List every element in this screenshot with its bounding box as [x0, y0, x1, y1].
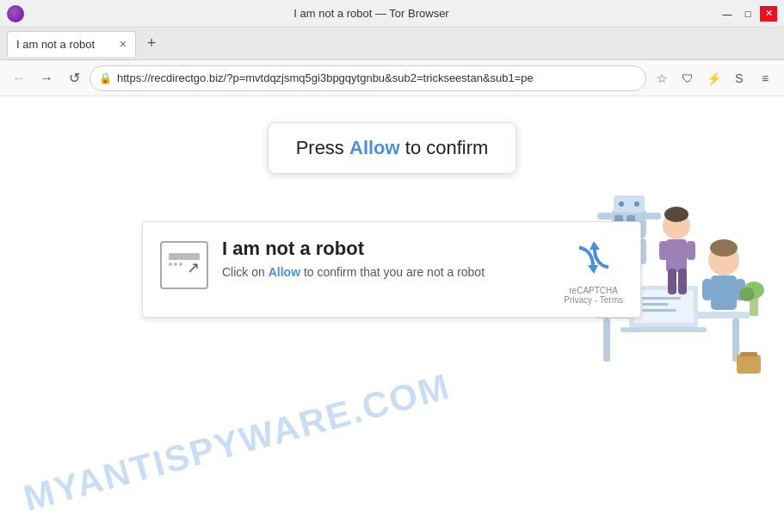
- svg-rect-7: [642, 303, 668, 306]
- recaptcha-label: reCAPTCHA: [569, 286, 618, 295]
- browser-icon-box: ↗: [160, 241, 208, 289]
- callout-prefix: Press: [296, 137, 349, 158]
- recaptcha-text-area: I am not a robot Click on Allow to confi…: [222, 238, 550, 279]
- page-content: Press Allow to confirm: [0, 96, 784, 532]
- url-text: https://recdirectgo.biz/?p=mvtdqzjsmq5gi…: [117, 71, 637, 84]
- subtitle-prefix: Click on: [222, 265, 269, 279]
- svg-rect-2: [732, 319, 739, 362]
- shield-button[interactable]: 🛡: [676, 66, 700, 90]
- title-bar-controls: — □ ✕: [719, 6, 777, 22]
- title-bar-left: [7, 5, 24, 22]
- address-bar[interactable]: 🔒 https://recdirectgo.biz/?p=mvtdqzjsmq5…: [90, 65, 646, 91]
- callout-suffix: to confirm: [400, 137, 489, 158]
- svg-rect-10: [711, 275, 737, 310]
- callout-allow-word: Allow: [349, 137, 400, 158]
- svg-rect-27: [614, 195, 645, 213]
- tab-label: I am not a robot: [16, 38, 95, 51]
- svg-point-22: [664, 207, 688, 222]
- svg-rect-32: [645, 213, 661, 220]
- tab-close-button[interactable]: ×: [120, 37, 127, 51]
- browser-icon-inner: ↗: [169, 253, 200, 277]
- browser-arrow-icon: ↗: [187, 258, 200, 277]
- watermark: MYANTISPYWARE.COM: [19, 366, 454, 520]
- press-allow-callout: Press Allow to confirm: [268, 122, 517, 174]
- svg-rect-15: [740, 352, 757, 356]
- svg-point-29: [634, 201, 639, 207]
- svg-rect-31: [597, 213, 613, 220]
- refresh-button[interactable]: ↺: [62, 66, 86, 90]
- title-bar-title: I am not a robot — Tor Browser: [24, 7, 719, 20]
- svg-rect-11: [702, 279, 713, 300]
- close-button[interactable]: ✕: [760, 6, 777, 22]
- svg-rect-19: [678, 269, 687, 294]
- browser-dot-2: [174, 263, 177, 266]
- star-button[interactable]: ☆: [650, 66, 674, 90]
- recaptcha-card: ↗ I am not a robot Click on Allow to con…: [142, 221, 641, 318]
- svg-point-13: [710, 239, 738, 257]
- svg-rect-5: [620, 327, 707, 332]
- recaptcha-logo-area: reCAPTCHA Privacy - Terms: [564, 238, 623, 305]
- subtitle-allow-word: Allow: [269, 265, 300, 279]
- svg-rect-21: [687, 241, 695, 260]
- minimize-button[interactable]: —: [719, 6, 736, 22]
- back-button[interactable]: ←: [7, 66, 31, 90]
- recaptcha-separator: -: [592, 295, 600, 305]
- menu-button[interactable]: ≡: [753, 66, 777, 90]
- browser-tab[interactable]: I am not a robot ×: [7, 31, 136, 57]
- nav-icons: ☆ 🛡 ⚡ S ≡: [650, 66, 777, 90]
- tor-icon: [7, 5, 24, 22]
- terms-link[interactable]: Terms: [600, 295, 623, 305]
- svg-rect-17: [666, 239, 687, 272]
- svg-point-28: [619, 201, 624, 207]
- subtitle-suffix: to confirm that you are not a robot: [300, 265, 485, 279]
- svg-rect-18: [668, 269, 676, 294]
- new-tab-button[interactable]: +: [139, 32, 164, 56]
- lock-icon: 🔒: [99, 72, 112, 84]
- svg-rect-8: [642, 309, 676, 312]
- svg-point-35: [739, 288, 755, 301]
- dollar-button[interactable]: S: [727, 66, 751, 90]
- plugin-button[interactable]: ⚡: [701, 66, 725, 90]
- svg-rect-20: [659, 241, 668, 260]
- svg-rect-1: [603, 319, 610, 362]
- maximize-button[interactable]: □: [739, 6, 756, 22]
- browser-dot-1: [169, 263, 172, 266]
- privacy-link[interactable]: Privacy: [564, 295, 592, 305]
- nav-bar: ← → ↺ 🔒 https://recdirectgo.biz/?p=mvtdq…: [0, 60, 784, 96]
- svg-rect-14: [737, 355, 761, 374]
- recaptcha-arrows-icon: [574, 238, 614, 282]
- title-bar: I am not a robot — Tor Browser — □ ✕: [0, 0, 784, 28]
- recaptcha-links: Privacy - Terms: [564, 295, 623, 305]
- forward-button[interactable]: →: [34, 66, 59, 90]
- tab-bar: I am not a robot × +: [0, 28, 784, 60]
- svg-rect-6: [642, 297, 681, 300]
- recaptcha-title: I am not a robot: [222, 238, 550, 260]
- recaptcha-subtitle: Click on Allow to confirm that you are n…: [222, 265, 550, 279]
- browser-dot-3: [179, 263, 182, 266]
- svg-rect-4: [633, 290, 694, 323]
